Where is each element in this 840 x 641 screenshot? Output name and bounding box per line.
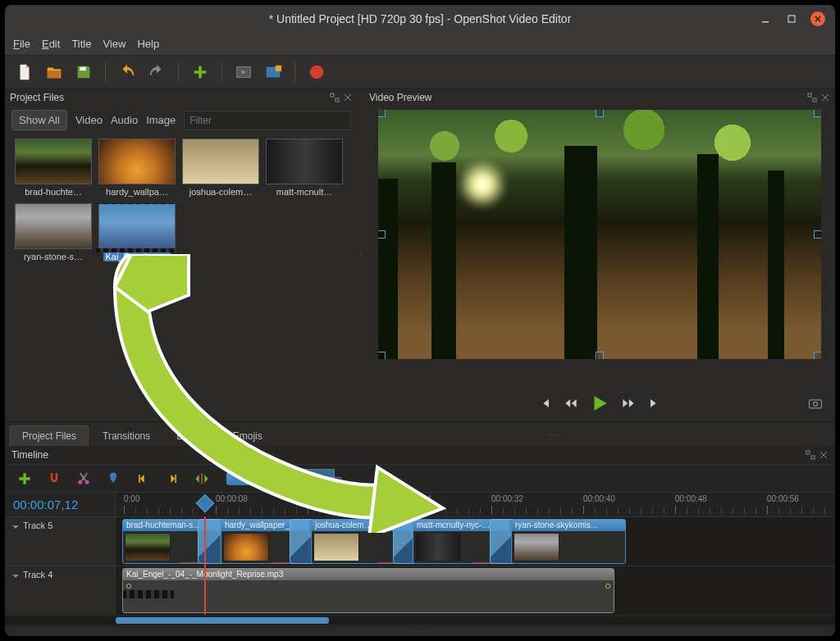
svg-rect-9 [808,93,811,97]
thumb-item[interactable]: ryan-stone-s… [12,203,94,261]
timeline-title: Timeline [11,449,48,461]
thumb-item[interactable]: hardy_wallpa… [96,139,178,197]
new-project-button[interactable] [13,61,36,84]
close-button[interactable] [810,11,825,26]
timeline-scrollbar[interactable] [5,616,835,625]
track-header[interactable]: Track 4 [5,566,116,615]
play-button[interactable] [589,393,610,417]
titlebar[interactable]: * Untitled Project [HD 720p 30 fps] - Op… [5,5,835,33]
filter-input[interactable] [184,111,351,130]
playhead[interactable] [204,516,206,615]
video-preview-title: Video Preview [369,92,432,103]
bottom-splitter[interactable]: ······ [5,628,835,636]
maximize-button[interactable] [784,11,799,26]
track-lane[interactable]: Kai_Engel_-_04_-_Moonlight_Reprise.mp3 [116,566,835,615]
bottom-tabs: Project Files Transitions Effects Emojis… [5,421,835,446]
svg-point-6 [310,65,324,79]
menubar: File Edit Title View Help [5,33,835,56]
tab-transitions[interactable]: Transitions [90,425,162,446]
export-button[interactable] [305,61,328,84]
zoom-slider[interactable] [226,471,341,487]
app-window: * Untitled Project [HD 720p 30 fps] - Op… [5,5,835,636]
menu-help[interactable]: Help [137,38,159,50]
audio-clip[interactable]: Kai_Engel_-_04_-_Moonlight_Reprise.mp3 [122,568,614,613]
tracks-area: Track 5 brad-huchteman-s… hardy_wallpape… [5,516,835,615]
marker-button[interactable] [102,467,125,490]
prev-marker-button[interactable] [131,467,154,490]
timeline-panel: Timeline 00:00:07,12 0:0000:00:0800:00:1… [5,446,835,636]
tab-project-files[interactable]: Project Files [10,425,89,446]
window-title: * Untitled Project [HD 720p 30 fps] - Op… [5,12,835,25]
transport-controls [364,389,835,421]
svg-rect-17 [139,475,140,483]
import-files-button[interactable] [189,61,212,84]
redo-button[interactable] [145,61,168,84]
svg-rect-7 [331,93,334,97]
timeline-toolbar [5,464,835,492]
video-preview-panel: Video Preview [364,89,835,421]
tab-emojis[interactable]: Emojis [221,425,275,446]
svg-rect-0 [762,21,769,23]
track-header[interactable]: Track 5 [5,517,116,566]
vertical-splitter[interactable]: ⋮ [358,89,364,421]
filter-audio[interactable]: Audio [111,114,138,126]
menu-file[interactable]: File [13,38,30,50]
tab-effects[interactable]: Effects [164,425,218,446]
filter-image[interactable]: Image [146,114,176,126]
forward-button[interactable] [620,395,637,415]
menu-view[interactable]: View [103,38,126,50]
snapshot-button[interactable] [807,395,824,415]
jump-start-button[interactable] [536,395,553,415]
fullscreen-button[interactable] [262,61,285,84]
thumb-item[interactable]: brad-huchte… [12,139,94,197]
main-toolbar [5,56,835,89]
undo-button[interactable] [116,61,139,84]
clip[interactable]: ryan-stone-skykomis… [511,519,626,564]
svg-rect-1 [788,16,795,22]
close-panel-icon[interactable] [819,450,829,460]
svg-rect-5 [276,65,281,70]
project-files-panel: Project Files Show All Video Audio Image… [5,89,358,421]
svg-rect-13 [806,451,810,454]
save-project-button[interactable] [72,61,95,84]
project-files-grid: brad-huchte… hardy_wallpa… joshua-colem…… [5,137,358,421]
jump-end-button[interactable] [646,395,663,415]
preview-canvas[interactable] [378,110,821,359]
filter-video[interactable]: Video [75,114,103,126]
svg-rect-14 [811,456,815,459]
close-panel-icon[interactable] [820,93,830,102]
svg-rect-11 [810,400,822,408]
time-ruler[interactable]: 0:0000:00:0800:00:1600:00:2400:00:3200:0… [116,493,835,516]
thumb-item-selected[interactable]: Kai_Engel_-_… [96,203,178,261]
rewind-button[interactable] [563,395,579,415]
profile-button[interactable] [232,61,255,84]
svg-rect-10 [813,98,816,102]
add-track-button[interactable] [13,467,36,490]
next-marker-button[interactable] [161,467,184,490]
svg-rect-19 [201,473,203,484]
close-panel-icon[interactable] [343,93,353,102]
timecode-display[interactable]: 00:00:07,12 [5,493,116,516]
menu-title[interactable]: Title [71,38,91,50]
svg-rect-8 [336,98,339,102]
center-playhead-button[interactable] [190,467,213,490]
detach-panel-icon[interactable] [806,450,815,460]
project-files-title: Project Files [10,92,64,103]
thumb-item[interactable]: matt-mcnult… [263,139,345,197]
snap-button[interactable] [43,467,66,490]
minimize-button[interactable] [758,11,773,26]
thumb-item[interactable]: joshua-colem… [180,139,262,197]
menu-edit[interactable]: Edit [42,38,60,50]
detach-panel-icon[interactable] [807,93,817,102]
svg-rect-18 [175,475,176,483]
svg-rect-2 [80,66,85,70]
filter-show-all[interactable]: Show All [11,110,67,130]
svg-point-12 [814,402,818,406]
open-project-button[interactable] [43,61,66,84]
detach-panel-icon[interactable] [330,93,340,102]
razor-button[interactable] [72,467,95,490]
track-lane[interactable]: brad-huchteman-s… hardy_wallpaper_… josh… [116,517,835,566]
